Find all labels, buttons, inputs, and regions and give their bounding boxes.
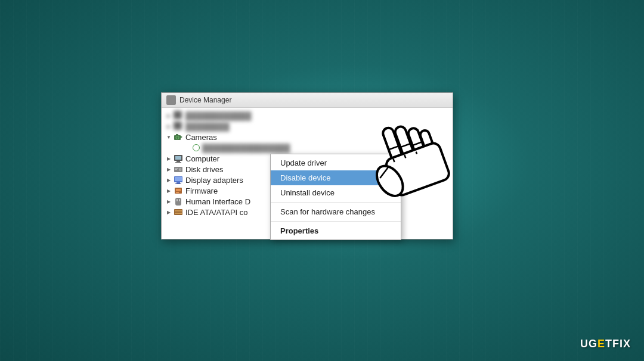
expander-cameras — [164, 132, 174, 142]
ide-label: IDE ATA/ATAPI co — [185, 208, 248, 217]
svg-point-10 — [179, 169, 181, 170]
disk-label: Disk drives — [185, 165, 224, 174]
hid-label: Human Interface D — [185, 197, 250, 206]
generic-icon-1 — [174, 111, 183, 120]
svg-rect-12 — [175, 169, 177, 170]
expander-blurred-1 — [164, 111, 174, 120]
display-label: Display adapters — [185, 176, 243, 185]
expander-blurred-2 — [164, 122, 174, 131]
expander-display — [164, 175, 174, 185]
svg-line-37 — [416, 152, 417, 154]
hid-icon — [174, 197, 183, 206]
svg-rect-11 — [175, 168, 178, 169]
branding-highlight: E — [597, 338, 605, 350]
svg-rect-27 — [175, 213, 182, 214]
svg-rect-23 — [179, 199, 180, 201]
label-blurred-2: ████████ — [185, 122, 230, 131]
device-manager-icon — [166, 95, 176, 105]
expander-ide — [164, 207, 174, 217]
firmware-icon — [174, 186, 183, 195]
expander-firmware — [164, 186, 174, 195]
svg-rect-21 — [175, 198, 181, 206]
camera-icon — [174, 132, 183, 142]
svg-rect-15 — [177, 182, 180, 183]
camera-sub-icon — [193, 144, 200, 151]
display-icon — [174, 175, 183, 185]
svg-rect-16 — [175, 183, 181, 184]
cameras-label: Cameras — [185, 133, 217, 142]
firmware-label: Firmware — [185, 186, 218, 195]
svg-rect-7 — [175, 162, 181, 163]
svg-rect-26 — [175, 210, 182, 211]
branding-suffix: TFIX — [605, 338, 631, 350]
expander-hid — [164, 197, 174, 206]
svg-rect-19 — [176, 191, 181, 192]
camera-sub-label: ████████████████ — [202, 144, 290, 153]
svg-rect-20 — [176, 192, 179, 193]
ide-icon — [174, 207, 183, 217]
computer-icon — [174, 154, 183, 163]
separator-2 — [271, 221, 401, 222]
hand-cursor-illustration — [355, 113, 450, 220]
svg-rect-25 — [174, 209, 182, 215]
properties-item[interactable]: Properties — [271, 223, 401, 238]
expander-disk — [164, 164, 174, 174]
branding-prefix: UG — [580, 338, 597, 350]
generic-icon-2 — [174, 122, 183, 131]
branding-text: UGETFIX — [580, 338, 631, 350]
computer-label: Computer — [185, 154, 219, 163]
title-bar: Device Manager — [162, 93, 453, 108]
expander-computer — [164, 154, 174, 163]
svg-rect-22 — [177, 199, 178, 201]
svg-rect-2 — [176, 134, 178, 135]
svg-rect-6 — [177, 161, 180, 162]
window-title: Device Manager — [179, 96, 448, 104]
svg-rect-5 — [175, 156, 181, 160]
svg-marker-3 — [181, 136, 182, 138]
svg-rect-14 — [175, 177, 182, 181]
label-blurred-1: ████████████ — [185, 111, 252, 120]
svg-rect-18 — [176, 189, 181, 190]
disk-icon — [174, 164, 183, 174]
